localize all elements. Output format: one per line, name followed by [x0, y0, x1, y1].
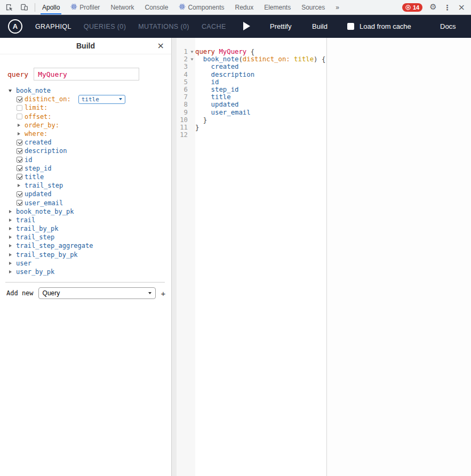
tree-item-offset[interactable]: offset:	[0, 112, 171, 121]
error-count-badge[interactable]: 14	[402, 3, 422, 12]
tree-item-trail-step[interactable]: trail_step	[0, 181, 171, 190]
tree-item-limit[interactable]: limit:	[0, 103, 171, 112]
collapse-arrow-icon[interactable]	[9, 90, 12, 92]
expand-arrow-icon[interactable]	[9, 253, 12, 256]
code-text: query MyQuery {	[195, 48, 326, 55]
field-checkbox[interactable]	[17, 200, 22, 206]
expand-arrow-icon[interactable]	[18, 124, 20, 127]
close-build-panel-icon[interactable]: ×	[157, 41, 164, 51]
devtools-tab-network[interactable]: Network	[105, 0, 139, 14]
field-checkbox[interactable]	[17, 148, 22, 154]
settings-gear-icon[interactable]: ⚙	[429, 3, 436, 11]
tree-item-trail[interactable]: trail	[0, 216, 171, 224]
tree-item-trail-step-aggregate[interactable]: trail_step_aggregate	[0, 241, 171, 250]
line-number: 7	[177, 93, 188, 101]
load-from-cache-checkbox[interactable]	[347, 23, 354, 30]
field-checkbox[interactable]	[17, 114, 22, 119]
field-checkbox[interactable]	[17, 105, 22, 111]
tree-checkbox-cell	[17, 165, 25, 171]
expand-arrow-icon[interactable]	[9, 270, 12, 273]
devtools-tab-profiler[interactable]: Profiler	[65, 0, 105, 14]
expand-arrow-icon[interactable]	[9, 244, 12, 247]
add-new-operation-select[interactable]: Query	[38, 287, 156, 299]
tree-item-user[interactable]: user	[0, 259, 171, 268]
tree-item-order-by[interactable]: order_by:	[0, 121, 171, 130]
tab-label: Elements	[264, 4, 291, 11]
tree-checkbox-cell	[17, 157, 25, 163]
code-text: }	[195, 124, 326, 131]
argument-value-select[interactable]: title	[78, 95, 125, 104]
devtools-left-icons	[0, 2, 33, 13]
line-number: 3	[177, 63, 188, 70]
field-checkbox[interactable]	[17, 174, 22, 180]
field-checkbox[interactable]	[17, 96, 22, 102]
field-label: trail_step_by_pk	[16, 251, 78, 259]
tree-item-created[interactable]: created	[0, 138, 171, 147]
line-number: 2	[177, 55, 188, 63]
field-checkbox[interactable]	[17, 165, 22, 171]
devtools-tab-redux[interactable]: Redux	[229, 0, 259, 14]
tree-item-where[interactable]: where:	[0, 130, 171, 138]
fold-arrow-icon[interactable]	[188, 48, 195, 55]
devtools-tab-components[interactable]: Components	[173, 0, 229, 14]
devtools-tab-more[interactable]: »	[330, 0, 345, 14]
devtools-menu-icon[interactable]: ⋮	[444, 4, 451, 11]
tree-item-updated[interactable]: updated	[0, 190, 171, 198]
tab-label: Console	[145, 4, 168, 11]
fold-arrow-icon[interactable]	[188, 55, 195, 63]
tree-checkbox-cell	[17, 96, 25, 102]
expand-arrow-icon[interactable]	[9, 210, 12, 213]
add-operation-button[interactable]: +	[161, 289, 166, 298]
tree-item-distinct-on[interactable]: distinct_on:title	[0, 95, 171, 103]
add-new-selected-value: Query	[43, 289, 60, 297]
tree-item-user-email[interactable]: user_email	[0, 198, 171, 207]
field-checkbox[interactable]	[17, 140, 22, 146]
devtools-tab-console[interactable]: Console	[139, 0, 173, 14]
tree-item-book-note[interactable]: book_note	[0, 86, 171, 95]
tree-item-trail-step[interactable]: trail_step	[0, 233, 171, 241]
execute-query-button[interactable]	[243, 22, 250, 30]
tab-label: »	[336, 4, 339, 11]
tree-item-description[interactable]: description	[0, 147, 171, 155]
toolbar-divider	[35, 3, 35, 12]
fold-gutter	[188, 86, 195, 93]
field-checkbox[interactable]	[17, 157, 22, 163]
field-label: title	[25, 173, 44, 181]
devtools-tab-sources[interactable]: Sources	[296, 0, 330, 14]
prettify-button[interactable]: Prettify	[270, 15, 291, 38]
query-name-input[interactable]	[34, 68, 139, 80]
build-toggle-button[interactable]: Build	[312, 15, 328, 38]
apollo-tab-graphiql[interactable]: GRAPHIQL	[35, 23, 71, 30]
tree-arrow-cell	[8, 253, 16, 256]
field-checkbox[interactable]	[17, 191, 22, 197]
device-toolbar-icon[interactable]	[18, 2, 30, 13]
expand-arrow-icon[interactable]	[18, 184, 20, 187]
tree-arrow-cell	[17, 132, 25, 135]
tree-item-trail-step-by-pk[interactable]: trail_step_by_pk	[0, 251, 171, 259]
code-text: }	[195, 116, 326, 124]
code-line: 4 description	[177, 71, 326, 78]
devtools-close-icon[interactable]: ×	[458, 3, 465, 12]
devtools-tab-elements[interactable]: Elements	[259, 0, 296, 14]
build-panel: Build × query book_notedistinct_on:title…	[0, 38, 172, 476]
expand-arrow-icon[interactable]	[9, 236, 12, 239]
tree-item-title[interactable]: title	[0, 173, 171, 181]
expand-arrow-icon[interactable]	[9, 262, 12, 265]
panel-resizer[interactable]	[172, 38, 177, 476]
query-editor[interactable]: 1query MyQuery {2 book_note(distinct_on:…	[177, 38, 326, 476]
tree-item-trail-by-pk[interactable]: trail_by_pk	[0, 224, 171, 233]
devtools-tab-apollo[interactable]: Apollo	[37, 0, 65, 14]
expand-arrow-icon[interactable]	[18, 132, 20, 135]
apollo-tab-cache[interactable]: CACHE	[202, 23, 226, 30]
add-new-label: Add new	[6, 289, 34, 297]
tree-item-step-id[interactable]: step_id	[0, 164, 171, 173]
expand-arrow-icon[interactable]	[9, 227, 12, 230]
inspect-element-icon[interactable]	[3, 2, 15, 13]
apollo-tab-queries0[interactable]: QUERIES (0)	[84, 23, 126, 30]
apollo-tab-mutations0[interactable]: MUTATIONS (0)	[138, 23, 189, 30]
tree-item-id[interactable]: id	[0, 156, 171, 164]
expand-arrow-icon[interactable]	[9, 219, 12, 222]
tree-item-user-by-pk[interactable]: user_by_pk	[0, 268, 171, 276]
tree-item-book-note-by-pk[interactable]: book_note_by_pk	[0, 207, 171, 216]
docs-button[interactable]: Docs	[440, 15, 456, 38]
